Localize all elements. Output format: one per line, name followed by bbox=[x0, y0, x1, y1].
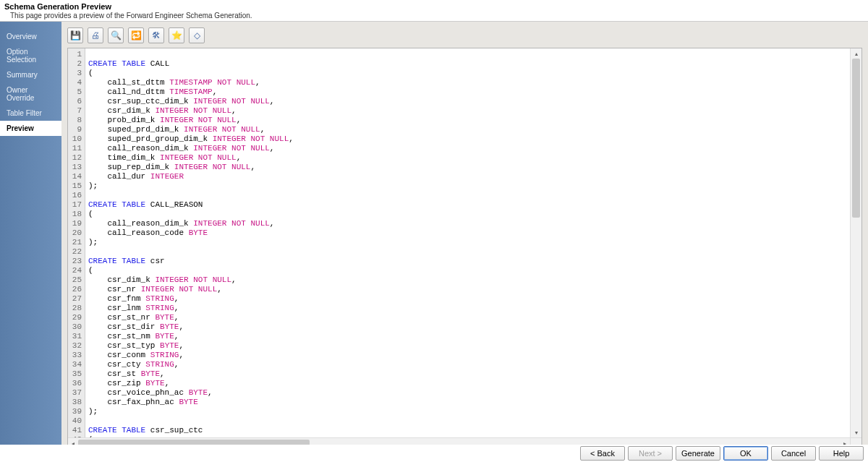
main-area: OverviewOption SelectionSummaryOwner Ove… bbox=[0, 21, 868, 450]
generate-button[interactable]: Generate bbox=[676, 446, 720, 461]
dialog-footer: < Back Next > Generate OK Cancel Help bbox=[0, 445, 868, 462]
help-button[interactable]: Help bbox=[819, 446, 864, 461]
page-subtitle: This page provides a preview of the Forw… bbox=[4, 11, 864, 20]
editor-toolbar: 💾🖨🔍🔁🛠⭐◇ bbox=[67, 27, 862, 48]
options-icon[interactable]: 🛠 bbox=[148, 27, 164, 43]
back-button[interactable]: < Back bbox=[580, 446, 625, 461]
sidebar-item-preview[interactable]: Preview bbox=[0, 121, 61, 136]
line-number-gutter: 1 2 3 4 5 6 7 8 9 10 11 12 13 14 15 16 1… bbox=[68, 48, 85, 437]
sidebar-item-table-filter[interactable]: Table Filter bbox=[0, 106, 61, 121]
next-button: Next > bbox=[628, 446, 673, 461]
find-replace-icon[interactable]: 🔁 bbox=[128, 27, 144, 43]
sidebar-item-summary[interactable]: Summary bbox=[0, 67, 61, 82]
scroll-down-icon[interactable]: ▾ bbox=[851, 427, 861, 437]
print-icon[interactable]: 🖨 bbox=[88, 27, 103, 43]
wizard-sidebar: OverviewOption SelectionSummaryOwner Ove… bbox=[0, 22, 61, 450]
save-icon[interactable]: 💾 bbox=[67, 27, 83, 43]
code-text[interactable]: CREATE TABLE CALL ( call_st_dttm TIMESTA… bbox=[85, 48, 861, 437]
ok-button[interactable]: OK bbox=[723, 446, 768, 461]
sidebar-item-overview[interactable]: Overview bbox=[0, 29, 61, 44]
vertical-scroll-thumb[interactable] bbox=[852, 59, 860, 218]
page-title: Schema Generation Preview bbox=[4, 2, 864, 11]
content-panel: 💾🖨🔍🔁🛠⭐◇ 1 2 3 4 5 6 7 8 9 10 11 12 13 14… bbox=[61, 22, 868, 450]
code-editor: 1 2 3 4 5 6 7 8 9 10 11 12 13 14 15 16 1… bbox=[67, 48, 862, 450]
sidebar-item-option-selection[interactable]: Option Selection bbox=[0, 44, 61, 67]
highlight-icon[interactable]: ⭐ bbox=[169, 27, 184, 43]
find-icon[interactable]: 🔍 bbox=[108, 27, 124, 43]
vertical-scrollbar[interactable]: ▴ ▾ bbox=[850, 48, 861, 437]
scroll-up-icon[interactable]: ▴ bbox=[851, 48, 861, 59]
sidebar-item-owner-override[interactable]: Owner Override bbox=[0, 82, 61, 106]
cancel-button[interactable]: Cancel bbox=[771, 446, 816, 461]
page-header: Schema Generation Preview This page prov… bbox=[0, 0, 868, 21]
clear-icon[interactable]: ◇ bbox=[189, 27, 205, 43]
